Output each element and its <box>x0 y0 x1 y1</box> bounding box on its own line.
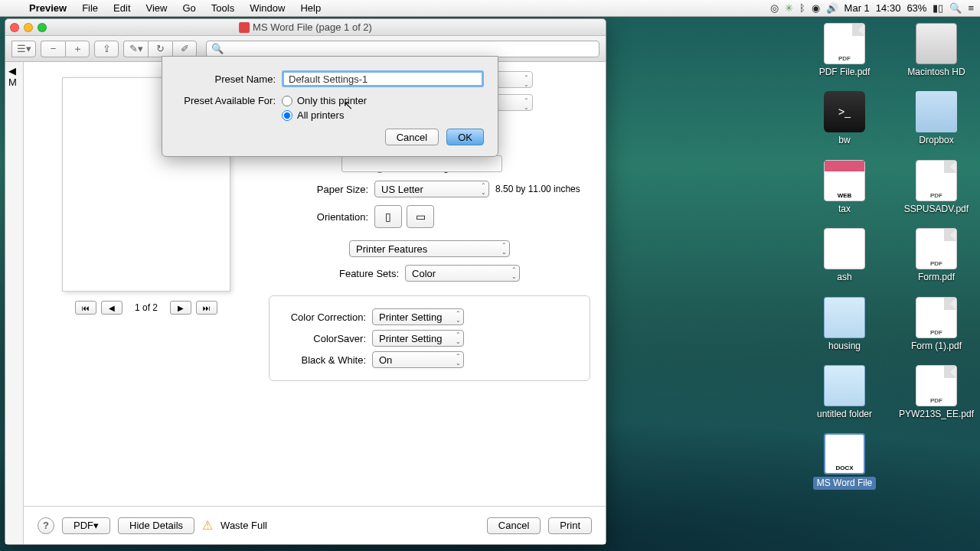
preset-available-label: Preset Available For: <box>176 95 276 106</box>
color-correction-label: Color Correction: <box>282 311 366 323</box>
paper-dimensions: 8.50 by 11.00 inches <box>495 184 580 194</box>
volume-icon[interactable]: 🔊 <box>826 2 838 14</box>
search-field[interactable]: 🔍 <box>206 41 599 57</box>
bw-label: Black & White: <box>282 354 366 366</box>
dropbox-icon[interactable]: ✳ <box>785 2 793 14</box>
desktop-icons-area: PDF File.pdf bw tax ash housing untitled… <box>741 23 971 513</box>
orientation-label: Orientation: <box>269 211 368 223</box>
search-input[interactable] <box>227 44 594 54</box>
feature-sets-select[interactable]: Color <box>405 265 520 282</box>
preset-name-input[interactable] <box>282 70 484 87</box>
ok-button[interactable]: OK <box>446 129 484 145</box>
desktop-item[interactable]: ash <box>810 228 879 282</box>
notification-center-icon[interactable]: ≡ <box>968 2 974 14</box>
sidebar-header: ◀ M <box>8 65 17 88</box>
first-page-button[interactable]: ⏮ <box>75 301 96 315</box>
paper-size-select[interactable]: US Letter <box>374 181 489 197</box>
menu-edit[interactable]: Edit <box>106 2 138 14</box>
desktop-item[interactable]: MS Word File <box>810 433 879 489</box>
color-correction-select[interactable]: Printer Setting <box>372 308 464 325</box>
print-dialog: ⏮ ◀ 1 of 2 ▶ ⏭ Selected Page in Sidebar … <box>24 62 606 544</box>
desktop-item[interactable]: Form (1).pdf <box>902 297 971 351</box>
print-button[interactable]: Print <box>548 517 592 534</box>
print-options-select[interactable]: Printer Features <box>349 240 510 257</box>
menu-help[interactable]: Help <box>292 2 328 14</box>
desktop-item[interactable]: PDF File.pdf <box>810 23 879 77</box>
hide-details-button[interactable]: Hide Details <box>118 517 194 534</box>
cancel-button[interactable]: Cancel <box>385 129 439 145</box>
zoom-in-button[interactable]: ＋ <box>65 41 90 57</box>
colorsaver-select[interactable]: Printer Setting <box>372 330 464 347</box>
window-titlebar[interactable]: MS Word File (page 1 of 2) <box>5 19 606 36</box>
minimize-button[interactable] <box>24 23 33 32</box>
close-button[interactable] <box>10 23 19 32</box>
window-title: MS Word File (page 1 of 2) <box>239 21 372 33</box>
desktop-item[interactable]: Dropbox <box>902 91 971 145</box>
menu-view[interactable]: View <box>139 2 175 14</box>
prev-page-button[interactable]: ◀ <box>101 301 122 315</box>
spotlight-icon[interactable]: 🔍 <box>949 2 962 14</box>
battery-icon[interactable]: ▮▯ <box>933 2 943 14</box>
last-page-button[interactable]: ⏭ <box>196 301 217 315</box>
search-icon: 🔍 <box>211 43 224 54</box>
preset-name-label: Preset Name: <box>176 73 276 85</box>
desktop-item[interactable]: Form.pdf <box>902 228 971 282</box>
menu-window[interactable]: Window <box>242 2 292 14</box>
battery-percent[interactable]: 63% <box>906 2 926 14</box>
save-preset-sheet: Preset Name: Preset Available For: Only … <box>162 56 498 157</box>
print-cancel-button[interactable]: Cancel <box>487 517 541 534</box>
desktop-item[interactable]: bw <box>810 91 879 145</box>
thumbnail-sidebar[interactable]: ◀ M <box>5 62 24 544</box>
feature-sets-label: Feature Sets: <box>339 268 399 279</box>
desktop-item[interactable]: tax <box>810 160 879 214</box>
wifi-icon[interactable]: ◉ <box>812 2 820 14</box>
portrait-button[interactable]: ▯ <box>374 205 402 228</box>
desktop-item[interactable]: untitled folder <box>810 365 879 419</box>
zoom-out-button[interactable]: − <box>41 41 65 57</box>
desktop-item[interactable]: PYW213S_EE.pdf <box>902 365 971 419</box>
paper-size-label: Paper Size: <box>269 184 368 195</box>
desktop-item[interactable]: housing <box>810 297 879 351</box>
status-icon-generic[interactable]: ◎ <box>770 2 779 14</box>
help-button[interactable]: ? <box>38 517 54 534</box>
all-printers-radio[interactable] <box>282 110 292 121</box>
edit-toolbar-button[interactable]: ✐ <box>172 41 197 57</box>
menu-tools[interactable]: Tools <box>204 2 242 14</box>
menubar: Preview File Edit View Go Tools Window H… <box>0 0 980 17</box>
copies-field[interactable] <box>341 155 502 172</box>
menubar-date[interactable]: Mar 1 <box>844 2 870 14</box>
next-page-button[interactable]: ▶ <box>170 301 191 315</box>
view-mode-button[interactable]: ☰▾ <box>11 41 36 57</box>
colorsaver-label: ColorSaver: <box>282 333 366 344</box>
document-proxy-icon[interactable] <box>239 22 250 33</box>
page-indicator: 1 of 2 <box>135 302 158 313</box>
menubar-time[interactable]: 14:30 <box>876 2 901 14</box>
landscape-button[interactable]: ▭ <box>407 205 434 228</box>
print-footer: ? PDF ▾ Hide Details ⚠ Waste Full Cancel… <box>24 506 606 544</box>
only-this-printer-radio[interactable] <box>282 96 292 106</box>
bw-select[interactable]: On <box>372 351 464 368</box>
rotate-button[interactable]: ↻ <box>148 41 172 57</box>
app-menu[interactable]: Preview <box>21 2 74 14</box>
zoom-button[interactable] <box>38 23 47 32</box>
menu-go[interactable]: Go <box>175 2 203 14</box>
warning-icon: ⚠ <box>202 518 213 533</box>
preview-window: MS Word File (page 1 of 2) ☰▾ − ＋ ⇪ ✎▾ ↻… <box>5 18 606 545</box>
markup-button[interactable]: ✎▾ <box>123 41 148 57</box>
desktop-item[interactable]: Macintosh HD <box>902 23 971 77</box>
menu-file[interactable]: File <box>74 2 106 14</box>
bluetooth-icon[interactable]: ᛒ <box>799 2 805 14</box>
share-button[interactable]: ⇪ <box>94 41 119 57</box>
feature-panel: Color Correction: Printer Setting ColorS… <box>269 295 590 381</box>
waste-full-label: Waste Full <box>220 520 267 531</box>
desktop-item[interactable]: SSPUSADV.pdf <box>902 160 971 214</box>
pdf-menu-button[interactable]: PDF ▾ <box>62 517 110 534</box>
